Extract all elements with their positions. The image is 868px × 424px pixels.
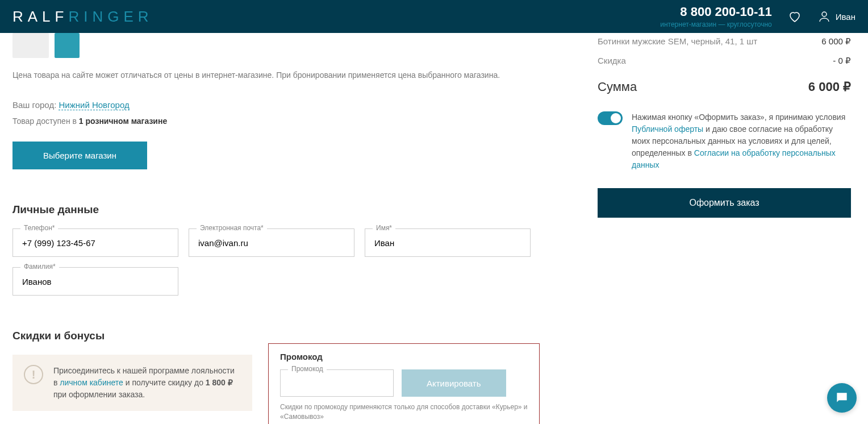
info-icon: ! [24, 365, 43, 384]
phone-label: Телефон* [20, 224, 58, 232]
availability-text: Товар доступен в 1 розничном магазине [12, 117, 564, 126]
phone-subtitle: интернет-магазин — круглосуточно [660, 20, 772, 28]
loyalty-t5: при оформлении заказа. [53, 390, 145, 399]
heart-icon[interactable] [788, 10, 802, 23]
avail-count: 1 розничном магазине [79, 117, 167, 126]
lname-input[interactable] [12, 267, 178, 296]
email-input[interactable] [189, 228, 354, 257]
svg-point-1 [840, 396, 841, 397]
bonus-row: ! Присоединитесь к нашей программе лояль… [12, 355, 564, 424]
lname-label: Фамилия* [20, 263, 59, 271]
user-block[interactable]: Иван [817, 10, 856, 23]
header-right: 8 800 200-10-11 интернет-магазин — кругл… [660, 5, 856, 28]
summary-total: Сумма 6 000 [598, 80, 851, 94]
summary-item: Ботинки мужские SEM, черный, 41, 1 шт 6 … [598, 36, 851, 47]
loyalty-text: Присоединитесь к нашей программе лояльно… [53, 365, 241, 401]
item-name: Ботинки мужские SEM, черный, 41, 1 шт [598, 36, 757, 47]
thumb-unselected[interactable] [12, 33, 49, 58]
chat-button[interactable] [827, 383, 857, 413]
city-link[interactable]: Нижний Новгород [59, 100, 129, 110]
total-label: Сумма [598, 80, 637, 94]
phone-number[interactable]: 8 800 200-10-11 [660, 5, 772, 19]
thumb-selected[interactable] [55, 33, 80, 58]
svg-point-3 [843, 396, 844, 397]
promo-box: Промокод Промокод Активировать Скидки по… [268, 343, 540, 424]
avail-prefix: Товар доступен в [12, 117, 79, 126]
email-field-wrap: Электронная почта* [189, 228, 354, 257]
logo-first: RALF [12, 8, 68, 26]
fname-input[interactable] [365, 228, 531, 257]
phone-block: 8 800 200-10-11 интернет-магазин — кругл… [660, 5, 772, 28]
svg-point-0 [822, 12, 827, 16]
consent-t1: Нажимая кнопку «Оформить заказ», я прини… [632, 113, 845, 122]
loyalty-t3: и получите скидку до [123, 378, 206, 387]
discount-label: Скидка [598, 56, 626, 66]
offer-link[interactable]: Публичной оферты [632, 124, 703, 134]
promo-field-wrap: Промокод [280, 369, 394, 397]
total-value: 6 000 [808, 80, 851, 94]
toggle-knob [611, 113, 621, 123]
promo-input[interactable] [280, 369, 394, 397]
city-row: Ваш город: Нижний Новгород [12, 100, 564, 110]
price-note: Цена товара на сайте может отличаться от… [12, 70, 564, 80]
personal-data-title: Личные данные [12, 203, 564, 216]
consent-text: Нажимая кнопку «Оформить заказ», я прини… [632, 111, 851, 171]
city-label: Ваш город: [12, 100, 59, 110]
summary-discount: Скидка - 0 [598, 56, 851, 66]
phone-field-wrap: Телефон* [12, 228, 178, 257]
chat-icon [834, 390, 849, 405]
user-icon [817, 10, 831, 23]
fname-label: Имя* [373, 224, 395, 232]
item-price: 6 000 [821, 36, 851, 47]
email-label: Электронная почта* [197, 224, 267, 232]
lname-field-wrap: Фамилия* [12, 267, 178, 296]
select-store-button[interactable]: Выберите магазин [12, 142, 147, 169]
svg-point-2 [841, 396, 842, 397]
loyalty-account-link[interactable]: личном кабинете [60, 378, 123, 387]
user-name: Иван [836, 12, 856, 22]
promo-activate-button[interactable]: Активировать [402, 369, 506, 397]
fname-field-wrap: Имя* [365, 228, 531, 257]
header: RALFRINGER 8 800 200-10-11 интернет-мага… [0, 0, 868, 33]
personal-form: Телефон* Электронная почта* Имя* Фамилия… [12, 228, 564, 296]
discount-value: - 0 [833, 56, 851, 66]
promo-label: Промокод [288, 365, 327, 373]
loyalty-amount: 1 800 ₽ [206, 378, 233, 387]
bonus-title: Скидки и бонусы [12, 330, 564, 342]
consent-block: Нажимая кнопку «Оформить заказ», я прини… [598, 111, 851, 171]
logo-rest: RINGER [68, 8, 153, 26]
promo-note: Скидки по промокоду применяются только д… [280, 402, 528, 422]
delivery-option-thumbs [12, 33, 564, 58]
loyalty-box: ! Присоединитесь к нашей программе лояль… [12, 355, 252, 411]
place-order-button[interactable]: Оформить заказ [598, 188, 851, 218]
promo-row: Промокод Активировать [280, 369, 528, 397]
promo-title: Промокод [280, 352, 528, 361]
logo[interactable]: RALFRINGER [12, 8, 153, 26]
phone-input[interactable] [12, 228, 178, 257]
consent-toggle[interactable] [598, 111, 623, 125]
order-summary: Ботинки мужские SEM, черный, 41, 1 шт 6 … [598, 33, 851, 424]
